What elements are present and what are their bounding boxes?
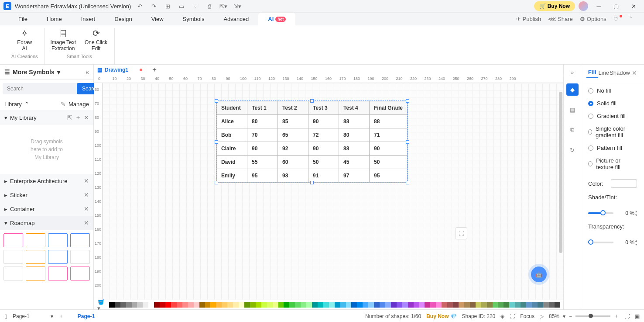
ai-assistant-bubble[interactable]: 🤖 <box>531 267 547 282</box>
color-swatch[interactable] <box>256 302 261 308</box>
table-cell[interactable]: 91 <box>308 169 339 183</box>
menu-home[interactable]: Home <box>37 13 72 26</box>
color-swatch[interactable] <box>301 302 306 308</box>
radio-picture-fill[interactable]: Picture or texture fill <box>588 157 637 170</box>
table-cell[interactable]: 92 <box>278 142 308 156</box>
new-icon[interactable]: ⊞ <box>162 1 173 11</box>
color-swatch[interactable] <box>498 302 504 308</box>
shape-thumb[interactable] <box>3 267 23 280</box>
undo-icon[interactable]: ↶ <box>134 1 145 11</box>
collapse-left-icon[interactable]: « <box>86 69 89 76</box>
buy-now-status[interactable]: Buy Now 💎 <box>426 313 456 319</box>
color-swatch[interactable] <box>425 302 430 308</box>
section-roadmap[interactable]: ▾ Roadmap✕ <box>0 216 93 230</box>
close-lib-icon[interactable]: ✕ <box>84 114 89 121</box>
buy-now-button[interactable]: 🛒 Buy Now <box>534 1 575 11</box>
color-swatch[interactable] <box>481 302 487 308</box>
color-swatch[interactable] <box>408 302 414 308</box>
table-cell[interactable]: 50 <box>308 156 339 169</box>
image-text-extraction-button[interactable]: ⌸ Image Text Extraction <box>51 28 76 52</box>
shape-thumb[interactable] <box>70 267 90 280</box>
hamburger-icon[interactable]: ☰ <box>4 69 10 76</box>
table-cell[interactable]: Claire <box>217 142 247 156</box>
table-row[interactable]: David5560504550 <box>217 156 408 169</box>
document-tab[interactable]: ▤ Drawing1 <box>97 67 142 73</box>
section-enterprise-architecture[interactable]: ▸ Enterprise Architecture✕ <box>0 174 93 188</box>
table-row[interactable]: Alice8085908888 <box>217 115 408 128</box>
menu-symbols[interactable]: Symbols <box>173 13 214 26</box>
selection-handle[interactable] <box>406 181 409 184</box>
color-swatch[interactable] <box>295 302 301 308</box>
color-swatch[interactable] <box>210 302 216 308</box>
radio-gradient-fill[interactable]: Gradient fill <box>588 113 637 119</box>
selection-handle[interactable] <box>406 140 409 144</box>
table-cell[interactable]: Alice <box>217 115 247 128</box>
table-cell[interactable]: 90 <box>308 142 339 156</box>
color-swatch[interactable] <box>368 302 374 308</box>
color-swatch[interactable] <box>340 302 346 308</box>
selection-handle[interactable] <box>406 99 409 103</box>
tab-fill[interactable]: Fill <box>586 67 598 78</box>
zoom-value[interactable]: 85% <box>549 313 559 319</box>
color-swatch[interactable] <box>244 302 250 308</box>
stepper-down-icon[interactable]: ▾ <box>635 213 637 217</box>
color-swatch[interactable] <box>380 302 385 308</box>
color-swatch[interactable] <box>487 302 493 308</box>
section-my-library[interactable]: ▾ My Library ⇱ ＋ ✕ <box>0 110 93 125</box>
color-swatch[interactable] <box>177 302 182 308</box>
stepper-up-icon[interactable]: ▴ <box>635 239 637 242</box>
table-cell[interactable]: 80 <box>339 128 370 142</box>
shape-thumb[interactable] <box>26 233 45 247</box>
stepper-up-icon[interactable]: ▴ <box>635 209 637 213</box>
table-header-cell[interactable]: Test 4 <box>339 101 370 115</box>
color-swatch[interactable] <box>521 302 526 308</box>
more-symbols-title[interactable]: More Symbols <box>13 69 55 76</box>
selection-handle[interactable] <box>215 181 218 184</box>
shape-thumb[interactable] <box>3 233 23 247</box>
color-swatch[interactable] <box>137 302 143 308</box>
print-icon[interactable]: ⎙ <box>204 1 215 11</box>
scrollbar-vertical[interactable] <box>558 92 562 291</box>
color-swatch[interactable] <box>442 302 447 308</box>
scrollbar-thumb[interactable] <box>559 92 562 253</box>
close-section-icon[interactable]: ✕ <box>84 177 89 184</box>
color-swatch[interactable] <box>476 302 481 308</box>
notification-icon[interactable]: ♡ <box>610 16 627 22</box>
color-swatch[interactable] <box>346 302 352 308</box>
menu-file[interactable]: File <box>9 13 37 26</box>
zoom-in-icon[interactable]: ＋ <box>614 312 619 320</box>
table-cell[interactable]: 50 <box>370 156 408 169</box>
color-swatch[interactable] <box>329 302 335 308</box>
table-cell[interactable]: 71 <box>370 128 408 142</box>
color-swatch[interactable] <box>323 302 329 308</box>
table-cell[interactable]: Bob <box>217 128 247 142</box>
color-swatch[interactable] <box>188 302 194 308</box>
table-cell[interactable]: 90 <box>370 142 408 156</box>
stepper-down-icon[interactable]: ▾ <box>635 242 637 246</box>
color-swatch[interactable] <box>526 302 532 308</box>
color-swatch[interactable] <box>549 302 555 308</box>
table-cell[interactable]: 98 <box>278 169 308 183</box>
color-swatch[interactable] <box>515 302 521 308</box>
publish-button[interactable]: ✈ Publish <box>513 16 545 22</box>
data-table[interactable]: StudentTest 1Test 2Test 3Test 4Final Gra… <box>216 101 408 183</box>
radio-solid-fill[interactable]: Solid fill <box>588 100 637 107</box>
layers-icon[interactable]: ◈ <box>500 313 504 319</box>
color-swatch[interactable] <box>160 302 165 308</box>
search-input[interactable] <box>3 83 77 94</box>
color-swatch[interactable] <box>493 302 498 308</box>
table-cell[interactable]: 95 <box>370 169 408 183</box>
color-swatch[interactable] <box>464 302 470 308</box>
color-swatch[interactable] <box>509 302 515 308</box>
radio-pattern-fill[interactable]: Pattern fill <box>588 145 637 151</box>
add-page-icon[interactable]: ＋ <box>58 312 64 320</box>
window-minimize-icon[interactable]: ─ <box>592 1 606 11</box>
selection-handle[interactable] <box>310 181 314 184</box>
table-row[interactable]: Bob7065728071 <box>217 128 408 142</box>
radio-single-gradient[interactable]: Single color gradient fill <box>588 125 637 138</box>
shape-thumb[interactable] <box>70 250 90 264</box>
table-cell[interactable]: 72 <box>308 128 339 142</box>
color-swatch[interactable] <box>126 302 132 308</box>
table-row[interactable]: Emily9598919795 <box>217 169 408 183</box>
color-swatch[interactable] <box>312 302 318 308</box>
